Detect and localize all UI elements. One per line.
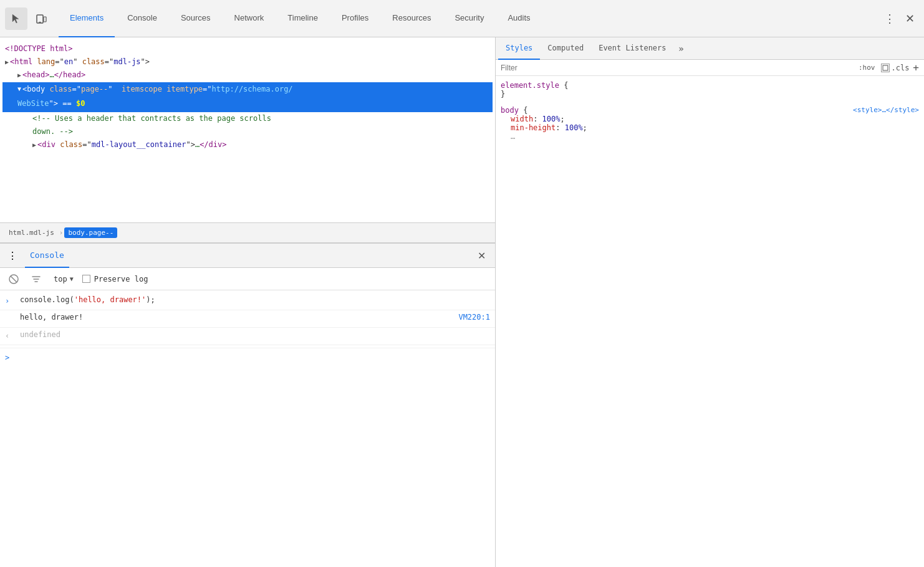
- svg-rect-2: [44, 17, 46, 22]
- tab-styles[interactable]: Styles: [498, 37, 540, 60]
- context-selector[interactable]: top ▼: [50, 274, 77, 285]
- tab-network[interactable]: Network: [223, 0, 276, 37]
- console-input-prompt: >: [5, 352, 15, 362]
- styles-tabs-more-button[interactable]: »: [674, 41, 689, 56]
- tab-audits[interactable]: Audits: [496, 0, 541, 37]
- filter-add-button[interactable]: +: [913, 63, 919, 73]
- console-prompt-in: ›: [5, 295, 15, 305]
- console-entry-input[interactable]: › console.log('hello, drawer!');: [0, 293, 495, 310]
- dom-line-body-cont[interactable]: WebSite"> == $0: [2, 97, 493, 112]
- console-section: ⋮ Console ✕: [0, 243, 495, 567]
- breadcrumb-body[interactable]: body.page--: [64, 227, 117, 238]
- devtools-toolbar: Elements Console Sources Network Timelin…: [0, 0, 924, 37]
- breadcrumb-bar: html.mdl-js › body.page--: [0, 222, 495, 242]
- svg-line-4: [11, 276, 17, 282]
- devtools-main-area: <!DOCTYPE html> ▶ <html lang="en" class=…: [0, 37, 924, 567]
- tab-console[interactable]: Console: [116, 0, 168, 37]
- console-entry-return[interactable]: ‹ undefined: [0, 328, 495, 345]
- triangle-html[interactable]: ▶: [5, 57, 9, 67]
- svg-rect-5: [883, 65, 888, 70]
- console-prompt-ret: ‹: [5, 330, 15, 340]
- style-rule-element: element.style { }: [501, 81, 919, 98]
- dom-tree[interactable]: <!DOCTYPE html> ▶ <html lang="en" class=…: [0, 37, 495, 222]
- elements-panel: <!DOCTYPE html> ▶ <html lang="en" class=…: [0, 37, 496, 567]
- select-element-icon[interactable]: [5, 7, 27, 30]
- filter-cls-group[interactable]: .cls: [881, 64, 909, 72]
- dom-line-div[interactable]: ▶ <div class="mdl-layout__container">…</…: [2, 138, 493, 151]
- elements-top-section: <!DOCTYPE html> ▶ <html lang="en" class=…: [0, 37, 495, 243]
- dropdown-icon: ▼: [70, 275, 74, 282]
- tab-security[interactable]: Security: [443, 0, 495, 37]
- element-style-selector-line: element.style {: [501, 81, 919, 90]
- console-prompt-out: [5, 313, 15, 314]
- dom-line-head[interactable]: ▶ <head>…</head>: [2, 69, 493, 82]
- tab-resources[interactable]: Resources: [381, 0, 442, 37]
- dom-line-body[interactable]: ▼ <body class="page--" itemscope itemtyp…: [2, 82, 493, 97]
- style-prop-width: width: 100%;: [501, 115, 919, 123]
- styles-tabs: Styles Computed Event Listeners »: [496, 37, 924, 60]
- style-rule-body: <style>…</style> body { width: 100%; min…: [501, 106, 919, 141]
- dom-line-comment1[interactable]: <!-- Uses a header that contracts as the…: [2, 112, 493, 125]
- body-rule-source[interactable]: <style>…</style>: [853, 106, 919, 114]
- styles-filter-input[interactable]: [501, 64, 851, 72]
- styles-content: element.style { } <style>…</style> body …: [496, 76, 924, 567]
- body-selector: body: [501, 106, 519, 115]
- console-tab-label[interactable]: Console: [25, 243, 69, 268]
- preserve-log-toggle[interactable]: Preserve log: [82, 275, 148, 284]
- tab-event-listeners[interactable]: Event Listeners: [591, 37, 673, 60]
- tab-timeline[interactable]: Timeline: [276, 0, 329, 37]
- console-input-line[interactable]: >: [0, 348, 495, 366]
- tab-sources[interactable]: Sources: [170, 0, 222, 37]
- filter-hov-button[interactable]: :hov: [856, 62, 878, 73]
- console-more-button[interactable]: ⋮: [5, 248, 20, 263]
- console-toolbar: top ▼ Preserve log: [0, 268, 495, 290]
- filter-console-button[interactable]: [27, 270, 45, 288]
- style-prop-min-height: min-height: 100%;: [501, 123, 919, 132]
- more-tools-button[interactable]: ⋮: [880, 7, 899, 30]
- console-close-button[interactable]: ✕: [473, 247, 490, 264]
- breadcrumb-separator: ›: [59, 229, 64, 237]
- dom-line-doctype[interactable]: <!DOCTYPE html>: [2, 42, 493, 55]
- preserve-log-checkbox[interactable]: [82, 275, 90, 283]
- filter-actions: :hov .cls +: [856, 62, 919, 73]
- element-style-selector: element.style: [501, 81, 559, 90]
- devtools-window: Elements Console Sources Network Timelin…: [0, 0, 924, 567]
- svg-rect-1: [39, 22, 41, 22]
- console-input[interactable]: [20, 353, 490, 361]
- console-entry-output[interactable]: hello, drawer! VM220:1: [0, 310, 495, 328]
- console-output-text: hello, drawer!: [20, 313, 458, 322]
- console-code-input: console.log('hello, drawer!');: [20, 295, 490, 304]
- styles-filter-bar: :hov .cls +: [496, 60, 924, 76]
- console-source-link[interactable]: VM220:1: [458, 313, 490, 322]
- console-return-value: undefined: [20, 330, 60, 339]
- preserve-log-label: Preserve log: [94, 275, 148, 284]
- device-toolbar-icon[interactable]: [30, 7, 52, 30]
- toolbar-icon-group: [5, 7, 52, 30]
- dom-line-html[interactable]: ▶ <html lang="en" class="mdl-js">: [2, 55, 493, 69]
- close-devtools-button[interactable]: ✕: [900, 7, 919, 30]
- filter-cls-toggle[interactable]: [881, 64, 890, 72]
- filter-cls-label: .cls: [891, 64, 909, 72]
- console-log: › console.log('hello, drawer!'); hello, …: [0, 290, 495, 348]
- dom-line-comment2[interactable]: down. -->: [2, 125, 493, 138]
- element-style-close-brace: }: [501, 90, 919, 98]
- tab-elements[interactable]: Elements: [59, 0, 115, 37]
- triangle-body[interactable]: ▼: [17, 84, 21, 94]
- clear-console-button[interactable]: [5, 270, 22, 288]
- breadcrumb-html[interactable]: html.mdl-js: [5, 227, 58, 238]
- triangle-div[interactable]: ▶: [32, 140, 36, 150]
- tab-computed[interactable]: Computed: [540, 37, 591, 60]
- context-value: top: [54, 275, 67, 284]
- body-rule-header: <style>…</style> body {: [501, 106, 919, 115]
- console-tab-bar: ⋮ Console ✕: [0, 243, 495, 268]
- tab-profiles[interactable]: Profiles: [330, 0, 380, 37]
- style-prop-ellipsis: …: [501, 132, 919, 141]
- triangle-head[interactable]: ▶: [17, 70, 21, 80]
- styles-panel: Styles Computed Event Listeners » :hov: [496, 37, 924, 567]
